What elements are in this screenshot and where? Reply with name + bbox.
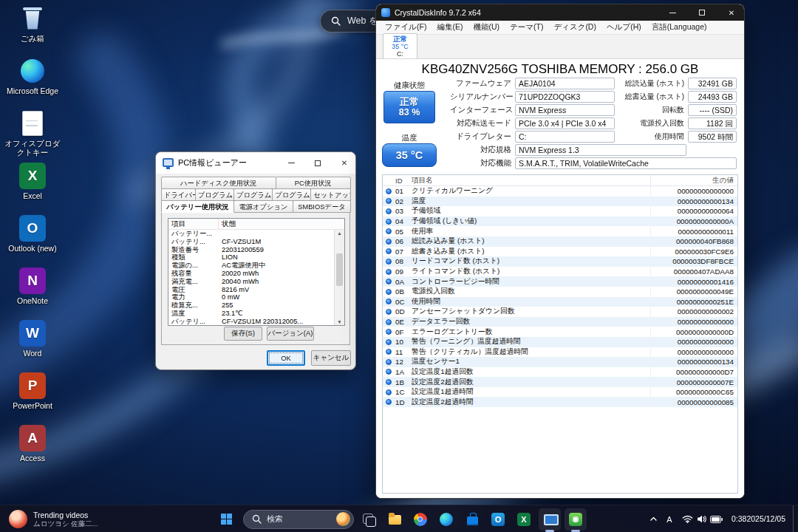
scrollbar[interactable]: ▲ ▼ (334, 230, 344, 325)
smart-id: 11 (395, 348, 412, 356)
pcinfo-tab[interactable]: PC使用状況 (276, 177, 351, 189)
edge-icon[interactable] (435, 508, 457, 531)
pcinfo-col-status[interactable]: 状態 (219, 219, 344, 229)
desktop-icon[interactable]: P PowerPoint (4, 370, 61, 423)
list-item[interactable]: 製造番号 22031200559 (168, 246, 334, 254)
minimize-button[interactable] (280, 152, 302, 174)
table-row[interactable]: 0D アンセーフシャットダウン回数 00000000000002 (383, 307, 737, 317)
list-item[interactable]: 電圧 8216 mV (168, 286, 334, 294)
list-item[interactable]: バッテリ... CF-VZSU1M 220312005... (168, 318, 334, 325)
desktop-icon[interactable]: N OneNote (4, 265, 61, 318)
table-row[interactable]: 09 ライトコマンド数 (ホスト) 000000407ADAA8 (383, 267, 737, 277)
store-icon[interactable] (461, 508, 483, 531)
health-status-box[interactable]: 正常 83 % (383, 91, 435, 123)
menu-item[interactable]: ディスク(D) (548, 21, 601, 34)
table-row[interactable]: 0A コントローラービジー時間 00000000001416 (383, 276, 737, 287)
cancel-button[interactable]: キャンセル (311, 350, 351, 366)
pcinfo-tab[interactable]: 電源オプション (233, 200, 293, 213)
pcinfo-tab[interactable]: SMBIOSデータ (293, 200, 351, 213)
file-explorer-icon[interactable] (383, 508, 406, 531)
table-row[interactable]: 03 予備領域 00000000000064 (383, 206, 737, 216)
scrollbar-thumb[interactable] (336, 253, 343, 286)
table-row[interactable]: 0F エラーログエントリー数 0000000000000D (383, 327, 737, 337)
list-item[interactable]: 残容量 20020 mWh (168, 270, 334, 278)
desktop-icon[interactable]: A Access (4, 423, 61, 475)
minimize-button[interactable] (660, 4, 685, 21)
list-item[interactable]: バッテリー... (168, 230, 334, 238)
task-view-icon[interactable] (358, 508, 380, 531)
maximize-button[interactable] (307, 152, 329, 174)
table-row[interactable]: 0C 使用時間 0000000000251E (383, 297, 737, 307)
table-row[interactable]: 1D 設定温度2超過時間 00000000000085 (383, 397, 737, 407)
maximize-button[interactable] (689, 4, 715, 21)
table-row[interactable]: 06 総読み込み量 (ホスト) 000000040FB868 (383, 236, 737, 247)
version-button[interactable]: バージョン(A) (267, 327, 314, 341)
list-item[interactable]: 電力 0 mW (168, 293, 334, 301)
start-button[interactable] (213, 508, 239, 531)
table-row[interactable]: 0E データエラー回数 00000000000000 (383, 317, 737, 327)
desktop-icon[interactable]: W Word (4, 318, 61, 370)
table-row[interactable]: 12 温度センサー1 00000000000134 (383, 357, 737, 367)
menu-item[interactable]: テーマ(T) (505, 21, 548, 34)
excel-icon[interactable]: X (513, 508, 535, 531)
taskbar-search[interactable]: 検索 (243, 510, 354, 529)
list-item[interactable]: 満充電... 20040 mWh (168, 278, 334, 286)
temperature-box[interactable]: 35 °C (382, 143, 437, 167)
table-row[interactable]: 1C 設定温度1超過時間 00000000000C65 (383, 387, 737, 398)
cdi-titlebar[interactable]: CrystalDiskInfo 9.7.2 x64 ✕ (376, 4, 744, 21)
pcinfo-tab[interactable]: プログラム 3 (272, 188, 311, 201)
chrome-icon[interactable] (409, 508, 432, 531)
hidden-icons-button[interactable] (646, 508, 661, 531)
crystaldiskinfo-icon[interactable] (565, 508, 587, 531)
disk-tab-c[interactable]: 正常 35 °C C: (383, 33, 417, 58)
show-desktop-button[interactable] (793, 505, 797, 532)
pcinfo-titlebar[interactable]: PC情報ビューアー ✕ (156, 152, 355, 174)
desktop-icon[interactable]: X Excel (4, 160, 61, 213)
table-row[interactable]: 10 警告（ワーニング）温度超過時間 00000000000000 (383, 337, 737, 347)
table-row[interactable]: 04 予備領域 (しきい値) 0000000000000A (383, 216, 737, 227)
pcinfo-list-header[interactable]: 項目 状態 (168, 219, 344, 230)
pcinfo-tab[interactable]: ハードディスク使用状況 (161, 177, 276, 189)
scroll-up-icon[interactable]: ▲ (337, 231, 341, 236)
close-button[interactable]: ✕ (333, 152, 355, 174)
ok-button[interactable]: OK (267, 350, 305, 366)
pcinfo-tab[interactable]: セットアップ (310, 188, 351, 201)
table-row[interactable]: 1B 設定温度2超過回数 0000000000007E (383, 377, 737, 387)
menu-item[interactable]: ヘルプ(H) (601, 21, 647, 34)
table-row[interactable]: 0B 電源投入回数 0000000000049E (383, 287, 737, 297)
clock[interactable]: 0:38 2025/12/05 (727, 508, 791, 531)
table-row[interactable]: 07 総書き込み量 (ホスト) 000000030FC9E6 (383, 247, 737, 257)
pcinfo-col-item[interactable]: 項目 (168, 219, 219, 229)
list-item[interactable]: バッテリ... CF-VZSU1M (168, 238, 334, 246)
pcinfo-tab[interactable]: バッテリー使用状況 (161, 200, 234, 213)
menu-item[interactable]: 編集(E) (432, 21, 468, 34)
menu-item[interactable]: ファイル(F) (380, 21, 432, 34)
menu-item[interactable]: 言語(Language) (647, 21, 712, 34)
scroll-down-icon[interactable]: ▼ (337, 319, 341, 324)
pcinfo-tab[interactable]: プログラム 2 (233, 188, 273, 201)
list-item[interactable]: 種類 LION (168, 253, 334, 262)
desktop-icon[interactable]: ごみ箱 (4, 3, 61, 55)
desktop-icon[interactable]: Microsoft Edge (4, 55, 61, 108)
desktop-icon[interactable]: オフィスプロダクトキー (4, 108, 61, 160)
pcinfo-tab[interactable]: ドライバー (161, 188, 196, 201)
list-item[interactable]: 積算充... 255 (168, 301, 334, 310)
tray-status-cluster[interactable] (678, 508, 727, 531)
save-button[interactable]: 保存(S) (224, 327, 262, 341)
close-button[interactable]: ✕ (719, 4, 744, 21)
desktop-icon[interactable]: O Outlook (new) (4, 213, 61, 265)
list-item[interactable]: 電源の... AC電源使用中 (168, 262, 334, 270)
table-row[interactable]: 11 警告（クリティカル）温度超過時間 00000000000000 (383, 347, 737, 358)
ime-indicator[interactable]: A (661, 508, 678, 531)
widgets-button[interactable]: Trending videos ムロツヨシ 佐藤二... (1, 505, 106, 532)
table-row[interactable]: 1A 設定温度1超過回数 000000000000D7 (383, 367, 737, 378)
table-row[interactable]: 01 クリティカルワーニング 00000000000000 (383, 186, 737, 197)
table-row[interactable]: 08 リードコマンド数 (ホスト) 0000003DF8FBCE (383, 256, 737, 267)
list-item[interactable]: 温度 23.1℃ (168, 310, 334, 318)
pcinfo-viewer-icon[interactable] (539, 508, 561, 531)
menu-item[interactable]: 機能(U) (468, 21, 505, 34)
table-row[interactable]: 05 使用率 00000000000011 (383, 226, 737, 236)
outlook-icon[interactable] (487, 508, 509, 531)
table-row[interactable]: 02 温度 00000000000134 (383, 197, 737, 207)
pcinfo-tab[interactable]: プログラム 1 (195, 188, 234, 201)
